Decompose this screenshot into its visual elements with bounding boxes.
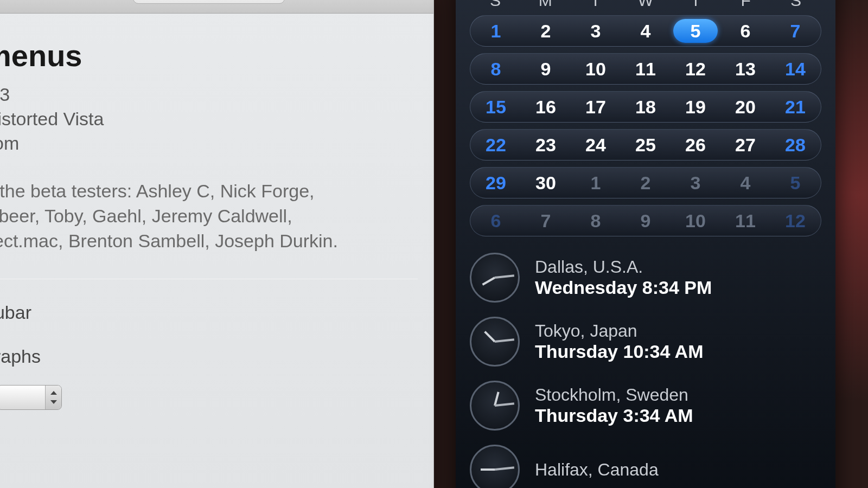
calendar-day[interactable]: 4 [623,19,668,43]
calendar-day[interactable]: 7 [524,209,568,233]
clock-text: Halifax, Canada [535,460,659,480]
clock-time: Thursday 3:34 AM [535,405,693,426]
minute-hand [495,338,514,343]
hour-hand [484,331,495,342]
weekday-label: T [573,0,618,10]
hour-hand [482,277,495,285]
calendar-day[interactable]: 19 [673,95,718,119]
calendar-day[interactable]: 22 [474,133,518,157]
calendar-grid: 1234567891011121314151617181920212223242… [470,15,821,236]
calendar-day[interactable]: 14 [773,57,818,81]
calendar-row: 1234567 [470,15,821,47]
calendar-day[interactable]: 11 [623,57,668,81]
calendar-day[interactable]: 26 [673,133,718,157]
calendar-day[interactable]: 5 [773,171,818,195]
calendar-day[interactable]: 8 [474,57,518,81]
clock-item[interactable]: Stockholm, SwedenThursday 3:34 AM [470,381,821,431]
calendar-day[interactable]: 28 [773,133,818,157]
calendar-day[interactable]: 10 [673,209,718,233]
calendar-day[interactable]: 3 [573,19,618,43]
clock-dial-icon [470,317,520,367]
calendar-day[interactable]: 27 [723,133,768,157]
clock-text: Dallas, U.S.A.Wednesday 8:34 PM [535,257,712,298]
calendar-day[interactable]: 1 [573,171,618,195]
vendor-label: Distorted Vista [0,108,417,130]
credits-line: labeer, Toby, Gaehl, Jeremy Caldwell, [0,204,417,229]
credits-line: itect.mac, Brenton Sambell, Joseph Durki… [0,229,417,254]
app-title: menus [0,38,417,73]
tabbar [0,0,433,14]
credits-block: o the beta testers: Ashley C, Nick Forge… [0,179,417,254]
popup-button[interactable] [0,385,62,410]
contact-label: com [0,133,417,154]
calendar-day[interactable]: 29 [474,171,518,195]
calendar-day[interactable]: 10 [573,57,618,81]
calendar-day[interactable]: 13 [723,57,768,81]
weekday-label: S [774,0,818,10]
calendar-day[interactable]: 24 [573,133,618,157]
weekday-label: F [724,0,768,10]
clock-city: Stockholm, Sweden [535,385,693,405]
calendar-day[interactable]: 25 [623,133,668,157]
clock-text: Stockholm, SwedenThursday 3:34 AM [535,385,693,426]
minute-hand [495,274,514,279]
calendar-day[interactable]: 17 [573,95,618,119]
calendar-row: 293012345 [470,167,821,198]
calendar-day[interactable]: 15 [474,95,518,119]
calendar-day[interactable]: 5 [673,19,718,43]
clock-time: Thursday 10:34 AM [535,341,704,362]
chevron-updown-icon [45,386,61,409]
clock-time: Wednesday 8:34 PM [535,277,712,298]
calendar-day[interactable]: 11 [723,209,768,233]
calendar-day[interactable]: 18 [623,95,668,119]
calendar-day[interactable]: 9 [623,209,668,233]
calendar-day[interactable]: 23 [524,133,568,157]
credits-line: o the beta testers: Ashley C, Nick Forge… [0,179,417,204]
calendar-row: 6789101112 [470,205,821,236]
calendar-day[interactable]: 20 [723,95,768,119]
calendar-day[interactable]: 4 [723,171,768,195]
calendar-day[interactable]: 30 [524,171,568,195]
segmented-control[interactable] [133,0,285,4]
weekday-label: S [473,0,518,10]
calendar-day[interactable]: 8 [573,209,618,233]
clock-item[interactable]: Halifax, Canada [470,445,821,488]
minute-hand [495,402,514,407]
sidebar-widget: SMTWTFS 12345678910111213141516171819202… [456,0,835,488]
calendar-day[interactable]: 6 [723,19,768,43]
calendar-day[interactable]: 21 [773,95,818,119]
hour-hand [481,468,495,471]
calendar-day[interactable]: 16 [524,95,568,119]
version-label: 1.3 [0,84,417,105]
calendar-day[interactable]: 12 [673,57,718,81]
calendar-day[interactable]: 6 [474,209,518,233]
calendar-row: 22232425262728 [470,129,821,160]
weekday-label: W [623,0,668,10]
checkbox-row-menubar[interactable]: nubar [0,302,417,323]
divider [0,279,418,279]
clock-item[interactable]: Dallas, U.S.A.Wednesday 8:34 PM [470,253,821,303]
clock-item[interactable]: Tokyo, JapanThursday 10:34 AM [470,317,821,367]
calendar-row: 15161718192021 [470,91,821,123]
calendar-weekdays: SMTWTFS [473,0,818,10]
world-clocks: Dallas, U.S.A.Wednesday 8:34 PMTokyo, Ja… [470,253,821,488]
weekday-label: T [673,0,718,10]
calendar-day[interactable]: 7 [773,19,818,43]
clock-dial-icon [470,381,520,431]
clock-dial-icon [470,445,520,488]
calendar-day[interactable]: 9 [524,57,568,81]
weekday-label: M [523,0,567,10]
calendar-day[interactable]: 3 [673,171,718,195]
calendar-day[interactable]: 1 [474,19,518,43]
calendar-day[interactable]: 2 [623,171,668,195]
clock-dial-icon [470,253,520,303]
clock-city: Halifax, Canada [535,460,659,480]
clock-city: Dallas, U.S.A. [535,257,712,277]
minute-hand [495,466,514,471]
calendar-day[interactable]: 12 [773,209,818,233]
about-pane: menus 1.3 Distorted Vista com o the beta… [0,14,433,426]
clock-city: Tokyo, Japan [535,321,704,341]
checkbox-row-graphs[interactable]: graphs [0,346,417,367]
calendar-row: 891011121314 [470,53,821,85]
calendar-day[interactable]: 2 [524,19,568,43]
